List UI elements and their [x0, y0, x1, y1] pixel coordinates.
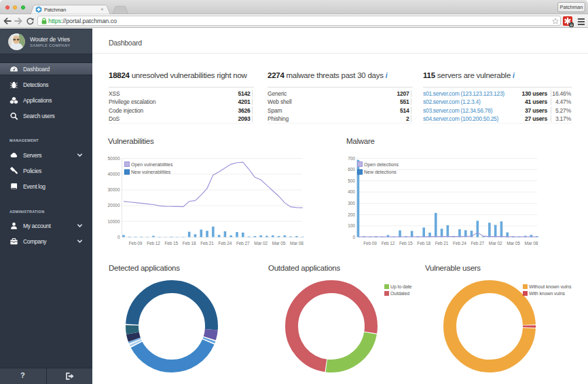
svg-text:Feb 21: Feb 21	[200, 241, 214, 246]
svg-text:400: 400	[348, 189, 355, 194]
svg-text:New vulnerabilities: New vulnerabilities	[131, 170, 171, 174]
svg-text:Feb 09: Feb 09	[363, 241, 377, 246]
svg-text:Feb 12: Feb 12	[147, 241, 160, 246]
svg-text:Feb 15: Feb 15	[399, 241, 413, 246]
svg-text:Feb 09: Feb 09	[129, 241, 143, 246]
svg-text:Feb 12: Feb 12	[382, 241, 395, 246]
svg-text:700: 700	[348, 156, 355, 161]
svg-text:20000: 20000	[107, 203, 120, 208]
svg-text:Open vulnerabilities: Open vulnerabilities	[131, 162, 173, 168]
svg-text:Feb 27: Feb 27	[471, 241, 484, 246]
svg-text:0: 0	[352, 235, 355, 239]
svg-text:Mar 08: Mar 08	[525, 241, 538, 246]
svg-text:Mar 02: Mar 02	[489, 241, 502, 246]
svg-text:10000: 10000	[107, 219, 120, 224]
svg-text:Feb 24: Feb 24	[453, 241, 466, 246]
svg-text:Open detections: Open detections	[364, 162, 399, 168]
svg-text:500: 500	[348, 178, 355, 183]
svg-text:Feb 18: Feb 18	[183, 241, 196, 246]
svg-text:Feb 24: Feb 24	[219, 241, 232, 246]
svg-text:30000: 30000	[107, 187, 120, 192]
svg-text:0: 0	[117, 235, 120, 239]
svg-text:40000: 40000	[107, 172, 120, 176]
svg-text:Feb 21: Feb 21	[435, 241, 449, 246]
svg-text:Mar 05: Mar 05	[272, 241, 286, 246]
svg-text:Feb 15: Feb 15	[164, 241, 178, 246]
svg-text:300: 300	[348, 201, 355, 206]
svg-text:New detections: New detections	[364, 170, 397, 174]
svg-text:Feb 27: Feb 27	[236, 241, 250, 246]
svg-text:Mar 05: Mar 05	[507, 241, 520, 246]
svg-text:Feb 18: Feb 18	[417, 241, 430, 246]
svg-text:Mar 08: Mar 08	[290, 241, 304, 246]
svg-text:50000: 50000	[107, 156, 120, 161]
svg-text:Mar 02: Mar 02	[254, 241, 268, 246]
svg-text:600: 600	[348, 167, 355, 172]
svg-text:100: 100	[348, 223, 355, 228]
svg-text:200: 200	[348, 212, 355, 217]
